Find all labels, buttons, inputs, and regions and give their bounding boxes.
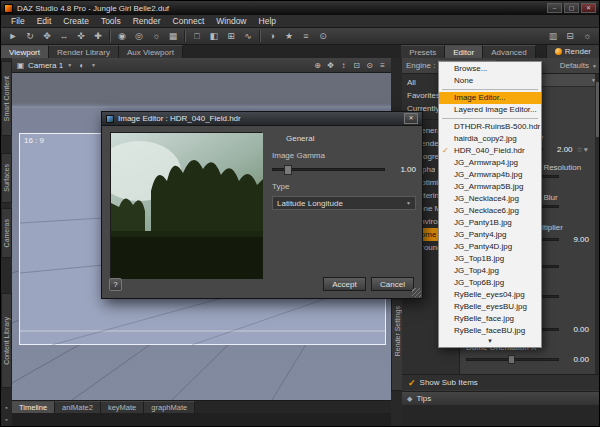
cancel-button[interactable]: Cancel bbox=[371, 277, 414, 291]
menu-option[interactable]: ✓ Browse... bbox=[439, 63, 541, 75]
menu-bar-item[interactable]: Window bbox=[210, 16, 252, 26]
chevron-down-icon[interactable]: ▼ bbox=[592, 63, 597, 69]
menu-option[interactable]: ✓ JG_Necklace6.jpg bbox=[439, 205, 541, 217]
menu-bar-item[interactable]: Help bbox=[253, 16, 282, 26]
universal-tool-icon[interactable]: ✜ bbox=[73, 29, 89, 43]
menu-option[interactable]: ✓ RyBelle_face.jpg bbox=[439, 313, 541, 325]
viewport-tab[interactable]: Viewport bbox=[1, 45, 49, 58]
scene-list-icon[interactable]: ≡ bbox=[298, 29, 314, 43]
image-gamma-slider[interactable] bbox=[272, 168, 385, 171]
menu-option[interactable]: ✓ None bbox=[439, 75, 541, 87]
light-tool-icon[interactable]: ☼ bbox=[148, 29, 164, 43]
orbit-icon[interactable]: ⊕ bbox=[312, 61, 323, 70]
menu-option[interactable]: ✓ JG_Top1B.jpg bbox=[439, 253, 541, 265]
pan-icon[interactable]: ✥ bbox=[325, 61, 336, 70]
timeline-tab[interactable]: graphMate bbox=[144, 401, 195, 413]
collapse-icon[interactable]: ⊟ bbox=[562, 29, 578, 43]
drawstyle-sphere-icon[interactable]: ◐ bbox=[76, 61, 87, 70]
viewport-menu-icon[interactable]: ≡ bbox=[377, 61, 388, 70]
parameter-value[interactable]: 9.00 bbox=[563, 235, 589, 244]
aim-icon[interactable]: ⊙ bbox=[364, 61, 375, 70]
menu-option[interactable]: ✓ JG_Panty1B.jpg bbox=[439, 217, 541, 229]
parameter-value[interactable]: 0.00 bbox=[563, 355, 589, 364]
pane-dock-icon[interactable]: ▪ bbox=[2, 415, 11, 424]
menu-option[interactable]: ✓ RyBelle_faceBU.jpg bbox=[439, 325, 541, 337]
pointer-tool-icon[interactable]: ► bbox=[5, 29, 21, 43]
menu-bar-item[interactable]: Connect bbox=[167, 16, 211, 26]
timeline-tab[interactable]: aniMate2 bbox=[55, 401, 101, 413]
close-button[interactable]: ✕ bbox=[581, 3, 596, 13]
favorite-icon[interactable]: ★ bbox=[281, 29, 297, 43]
scale-tool-icon[interactable]: ↔ bbox=[56, 29, 72, 43]
tips-bar[interactable]: ◆ Tips bbox=[402, 391, 600, 405]
defaults-select[interactable]: Defaults bbox=[560, 61, 589, 70]
dock-tab-smart-content[interactable]: Smart Content bbox=[1, 61, 12, 136]
parameter-scrollbar[interactable] bbox=[595, 74, 600, 374]
rotate-tool-icon[interactable]: ↻ bbox=[22, 29, 38, 43]
menu-option[interactable]: ✓ JG_Armwrap4.jpg bbox=[439, 157, 541, 169]
menu-bar-item[interactable]: Tools bbox=[95, 16, 127, 26]
timeline-tab[interactable]: Timeline bbox=[12, 401, 55, 413]
chevron-down-icon[interactable]: ▼ bbox=[89, 62, 98, 68]
menu-option[interactable]: ✓ JG_Armwrap4b.jpg bbox=[439, 169, 541, 181]
viewport-tab[interactable]: Render Library bbox=[49, 45, 119, 58]
image-gamma-value[interactable]: 1.00 bbox=[390, 165, 416, 174]
dialog-title-bar[interactable]: Image Editor : HDR_040_Field.hdr ✕ bbox=[102, 112, 422, 126]
camera-tool-icon[interactable]: ◎ bbox=[131, 29, 147, 43]
toolbar-icon[interactable] bbox=[109, 30, 111, 42]
toolbar-icon[interactable] bbox=[184, 30, 186, 42]
menu-option[interactable]: ✓ JG_Necklace4.jpg bbox=[439, 193, 541, 205]
menu-option[interactable]: ✓ JG_Top6B.jpg bbox=[439, 277, 541, 289]
minimize-button[interactable]: – bbox=[547, 3, 562, 13]
dock-tab-cameras[interactable]: Cameras bbox=[1, 208, 12, 258]
primitive-icon[interactable]: □ bbox=[189, 29, 205, 43]
align-icon[interactable]: ⊞ bbox=[223, 29, 239, 43]
dialog-close-button[interactable]: ✕ bbox=[404, 113, 418, 124]
menu-bar-item[interactable]: File bbox=[5, 16, 31, 26]
menu-option[interactable]: ✓ DTHDR-RuinsB-500.hdr bbox=[439, 121, 541, 133]
translate-tool-icon[interactable]: ✥ bbox=[39, 29, 55, 43]
menu-option[interactable]: ✓ JG_Panty4.jpg bbox=[439, 229, 541, 241]
render-settings-tab[interactable]: Editor bbox=[445, 45, 483, 58]
menu-option[interactable]: ✓ JG_Top4.jpg bbox=[439, 265, 541, 277]
frame-icon[interactable]: ⊡ bbox=[351, 61, 362, 70]
surface-tool-icon[interactable]: ◧ bbox=[206, 29, 222, 43]
maximize-button[interactable]: ▢ bbox=[564, 3, 579, 13]
parameter-value[interactable]: 2.00 bbox=[547, 145, 573, 154]
node-icon[interactable]: ◉ bbox=[114, 29, 130, 43]
parameter-value[interactable]: 0.00 bbox=[563, 325, 589, 334]
render-icon[interactable]: ▦ bbox=[165, 29, 181, 43]
active-pose-tool-icon[interactable]: ✚ bbox=[90, 29, 106, 43]
render-settings-tab[interactable]: Presets bbox=[401, 45, 445, 58]
parameter-slider[interactable] bbox=[466, 358, 559, 361]
settings-icon[interactable]: ☼ bbox=[579, 29, 595, 43]
dolly-icon[interactable]: ↕ bbox=[338, 61, 349, 70]
render-button[interactable]: Render bbox=[546, 45, 599, 58]
resize-grip[interactable] bbox=[412, 288, 421, 297]
menu-option[interactable]: ✓ HDR_040_Field.hdr bbox=[439, 145, 541, 157]
viewport-tab[interactable]: Aux Viewport bbox=[119, 45, 183, 58]
accept-button[interactable]: Accept bbox=[323, 277, 366, 291]
spot-render-icon[interactable]: ◑ bbox=[264, 29, 280, 43]
menu-option[interactable]: ✓ JG_Armwrap5B.jpg bbox=[439, 181, 541, 193]
menu-bar-item[interactable]: Create bbox=[57, 16, 95, 26]
show-sub-items-checkbox[interactable]: ✓ bbox=[408, 378, 416, 388]
menu-option[interactable]: ✓ hairdia_copy2.jpg bbox=[439, 133, 541, 145]
timeline-tab[interactable]: keyMate bbox=[101, 401, 144, 413]
pane-dock-icon[interactable]: ▪ bbox=[2, 403, 11, 412]
camera-selector[interactable]: Camera 1 bbox=[28, 61, 63, 70]
menu-option[interactable]: ✓ Layered Image Editor... bbox=[439, 104, 541, 116]
menu-option[interactable]: ✓ JG_Panty4D.jpg bbox=[439, 241, 541, 253]
menu-option[interactable]: ✓ Image Editor... bbox=[439, 92, 541, 104]
menu-option[interactable]: ✓ RyBelle_eyes04.jpg bbox=[439, 289, 541, 301]
menu-option[interactable]: ✓ RyBelle_eyesBU.jpg bbox=[439, 301, 541, 313]
toolbar-icon[interactable] bbox=[259, 30, 261, 42]
menu-scroll-down[interactable]: ▼ bbox=[439, 337, 541, 346]
help-button[interactable]: ? bbox=[109, 278, 122, 291]
menu-bar-item[interactable]: Edit bbox=[31, 16, 58, 26]
layout-icon[interactable]: ▥ bbox=[545, 29, 561, 43]
dock-tab-surfaces[interactable]: Surfaces bbox=[1, 153, 12, 203]
type-select[interactable]: Latitude Longitude ▼ bbox=[272, 196, 416, 210]
chevron-down-icon[interactable]: ▼ bbox=[65, 62, 74, 68]
curve-icon[interactable]: ∿ bbox=[240, 29, 256, 43]
